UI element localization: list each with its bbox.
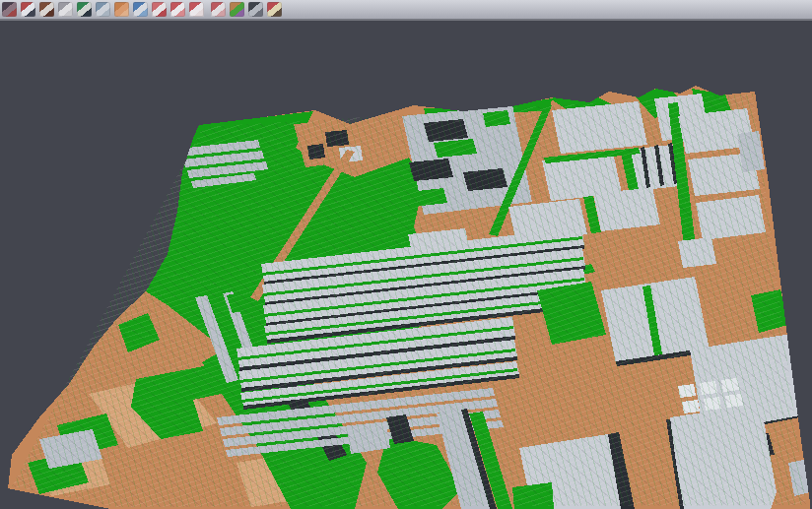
- small-block: [704, 397, 721, 411]
- terrain-icon[interactable]: [39, 2, 54, 17]
- toolbar-icon-strip: [0, 0, 812, 19]
- block-shadow: [424, 119, 468, 142]
- building-roof: [696, 195, 766, 240]
- building-roof: [552, 101, 647, 154]
- block-shadow: [409, 159, 453, 181]
- center-target-icon[interactable]: [170, 2, 185, 17]
- small-block: [682, 400, 700, 414]
- profile-tool-icon[interactable]: [96, 2, 110, 17]
- small-block: [721, 378, 739, 392]
- block-trees: [483, 110, 510, 127]
- point-cloud-scene[interactable]: [0, 21, 812, 509]
- classification-view-icon[interactable]: [230, 2, 244, 17]
- building-roof: [593, 187, 660, 231]
- fit-view-icon[interactable]: [21, 2, 35, 17]
- block-shadow: [463, 168, 508, 191]
- open-file-icon[interactable]: [2, 2, 17, 17]
- big-roof: [670, 404, 777, 509]
- clearing-roof-dark: [325, 130, 349, 147]
- sphere-render-icon[interactable]: [248, 2, 263, 17]
- ground-class-icon[interactable]: [114, 2, 129, 17]
- select-region-icon[interactable]: [189, 2, 204, 17]
- building-roof: [678, 237, 716, 268]
- annotation-icon[interactable]: [267, 2, 282, 17]
- vegetation-class-icon[interactable]: [77, 2, 92, 17]
- clearing-roof-dark: [307, 144, 325, 159]
- rotate-view-icon[interactable]: [133, 2, 148, 17]
- layer-list-icon[interactable]: [152, 2, 167, 17]
- small-block: [725, 394, 743, 408]
- application-window: [0, 0, 812, 509]
- grid-selection-icon[interactable]: [211, 2, 226, 17]
- small-block: [678, 384, 696, 398]
- toolbar: [0, 0, 812, 21]
- 3d-viewport[interactable]: [0, 21, 812, 509]
- small-block: [700, 381, 717, 395]
- point-density-icon[interactable]: [58, 2, 73, 17]
